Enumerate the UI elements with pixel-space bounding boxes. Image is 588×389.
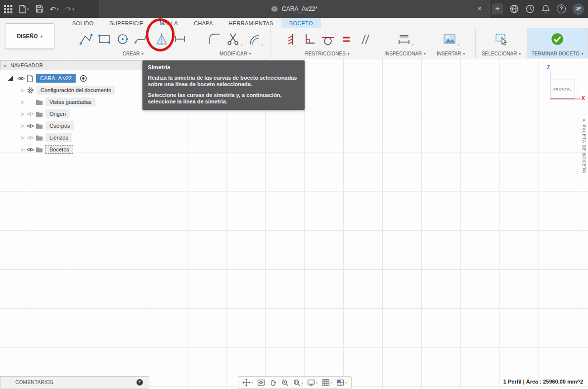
expand-icon[interactable]: ▷: [20, 111, 26, 116]
zoom-button[interactable]: [281, 379, 289, 387]
expand-icon[interactable]: ▷: [20, 123, 26, 128]
visibility-eye-off-icon[interactable]: [26, 111, 35, 117]
tree-item-label[interactable]: Origen: [45, 109, 70, 118]
caret-down-icon: ▾: [582, 52, 584, 55]
expand-icon[interactable]: ▷: [20, 88, 26, 93]
tree-item-vistas-guardadas[interactable]: ▷ Vistas guardadas: [0, 96, 148, 108]
finish-sketch-button[interactable]: [550, 32, 564, 46]
caret-down-icon: ▾: [348, 52, 350, 55]
look-at-button[interactable]: [257, 379, 265, 387]
group-dropdown-inspeccionar[interactable]: INSPECCIONAR ▾: [384, 49, 426, 58]
job-status-clock-icon[interactable]: [526, 4, 535, 13]
avatar[interactable]: JE: [573, 3, 584, 15]
tooltip-title: Simetría: [148, 64, 299, 70]
app-grid-icon[interactable]: [4, 5, 12, 13]
offset-tool-button[interactable]: ▾: [246, 32, 264, 47]
file-menu-button[interactable]: ▾: [19, 5, 29, 13]
tree-item-label[interactable]: Vistas guardadas: [45, 97, 95, 106]
group-dropdown-terminar-boceto[interactable]: TERMINAR BOCETO ▾: [532, 49, 584, 58]
caret-down-icon: ▾: [57, 7, 59, 11]
viewports-button[interactable]: ▾: [336, 379, 347, 387]
collapse-navigator-icon[interactable]: «: [3, 63, 6, 68]
expand-comments-icon[interactable]: +: [136, 379, 143, 386]
caret-down-icon: ▾: [316, 381, 318, 385]
tab-herramientas[interactable]: HERRAMIENTAS: [221, 18, 281, 28]
mirror-tool-button[interactable]: [154, 32, 169, 47]
group-dropdown-restricciones[interactable]: RESTRICCIONES ▾: [305, 49, 350, 58]
web-globe-icon[interactable]: [510, 4, 519, 13]
insert-image-tool-button[interactable]: ▾: [442, 32, 459, 47]
comments-panel[interactable]: COMENTARIOS +: [0, 376, 149, 389]
fillet-tool-button[interactable]: [207, 32, 222, 47]
undo-button[interactable]: ↶ ▾: [50, 5, 59, 13]
visibility-eye-icon[interactable]: [16, 76, 25, 81]
group-label-insertar: INSERTAR: [437, 51, 461, 56]
tree-item-cuerpos[interactable]: ▷ Cuerpos: [0, 120, 148, 132]
tree-root-label[interactable]: CARA_A v22: [36, 74, 76, 83]
document-tab-title: CARA_Av22*: [282, 5, 317, 12]
folder-icon: [35, 111, 44, 117]
group-dropdown-crear[interactable]: CREAR ▾: [123, 49, 144, 58]
toolbar-group-restricciones: RESTRICCIONES ▾: [271, 28, 384, 58]
tree-item-label[interactable]: Cuerpos: [45, 121, 74, 130]
redo-button[interactable]: ↷ ▾: [65, 5, 74, 13]
visibility-eye-off-icon[interactable]: [26, 135, 35, 141]
new-tab-button[interactable]: +: [492, 3, 503, 14]
expand-icon[interactable]: ▷: [20, 135, 26, 140]
tree-item-label[interactable]: Configuración del documento: [37, 86, 115, 95]
help-icon[interactable]: ?: [557, 4, 566, 13]
expand-icon[interactable]: ▷: [20, 147, 26, 152]
group-dropdown-seleccionar[interactable]: SELECCIONAR ▾: [482, 49, 521, 58]
tab-malla[interactable]: MALLA: [151, 18, 186, 28]
viewcube-front-face[interactable]: FRONTAL: [550, 80, 575, 98]
caret-down-icon: ▾: [241, 43, 243, 47]
redo-icon: ↷: [65, 5, 72, 13]
tab-solido[interactable]: SOLIDO: [64, 18, 101, 28]
constraint-fix-tool-button[interactable]: [283, 32, 298, 47]
rectangle-tool-button[interactable]: [97, 32, 112, 47]
circle-tool-button[interactable]: [115, 32, 130, 47]
save-icon[interactable]: [36, 5, 44, 13]
tree-item-configuracion[interactable]: ▷ Configuración del documento: [0, 84, 148, 96]
sketch-palette-label[interactable]: PALETA DE BOCETO: [582, 125, 587, 174]
expand-palette-icon[interactable]: «: [583, 117, 586, 123]
visibility-eye-icon[interactable]: [26, 147, 35, 152]
design-workspace-button[interactable]: DISEÑO ▾: [5, 23, 54, 49]
tab-chapa[interactable]: CHAPA: [186, 18, 221, 28]
group-dropdown-modificar[interactable]: MODIFICAR ▾: [220, 49, 251, 58]
tree-item-label[interactable]: Bocetos: [45, 145, 73, 154]
display-settings-button[interactable]: ▾: [307, 379, 318, 387]
viewcube-x-axis-line: [550, 98, 581, 99]
pan-hand-button[interactable]: [269, 379, 277, 387]
tree-item-origen[interactable]: ▷ Origen: [0, 108, 148, 120]
tab-superficie[interactable]: SUPERFICIE: [101, 18, 151, 28]
tab-boceto[interactable]: BOCETO: [281, 18, 321, 28]
constraint-parallel-tool-button[interactable]: [357, 32, 371, 47]
constraint-equal-tool-button[interactable]: [338, 32, 353, 47]
constraint-tangent-tool-button[interactable]: [320, 32, 335, 47]
zoom-window-button[interactable]: ▾: [293, 379, 304, 387]
constraint-perpendicular-tool-button[interactable]: [302, 32, 317, 47]
close-tab-icon[interactable]: ×: [475, 4, 484, 13]
caret-down-icon: ▾: [142, 52, 144, 55]
notifications-bell-icon[interactable]: [542, 4, 550, 13]
select-tool-button[interactable]: [494, 32, 509, 47]
expand-icon[interactable]: ▷: [20, 99, 26, 104]
spline-tool-button[interactable]: ▾: [134, 32, 151, 47]
folder-icon: [35, 99, 44, 105]
visibility-eye-icon[interactable]: [26, 123, 35, 129]
grid-snaps-button[interactable]: ▾: [322, 379, 333, 387]
orbit-button[interactable]: ▾: [242, 379, 253, 387]
tree-item-label[interactable]: Lienzos: [45, 133, 72, 142]
group-dropdown-insertar[interactable]: INSERTAR ▾: [437, 49, 465, 58]
measure-tool-button[interactable]: ▾: [397, 32, 414, 47]
sketch-dimension-tool-button[interactable]: [173, 32, 187, 47]
document-tab[interactable]: CARA_Av22* ×: [99, 0, 490, 18]
tree-item-lienzos[interactable]: ▷ Lienzos: [0, 132, 148, 144]
capture-history-record-icon[interactable]: [80, 75, 87, 82]
tree-item-root[interactable]: CARA_A v22: [0, 72, 148, 84]
tree-item-bocetos[interactable]: ▷ Bocetos: [0, 144, 148, 155]
caret-down-icon: ▾: [149, 43, 151, 47]
trim-scissors-tool-button[interactable]: ▾: [226, 32, 243, 47]
line-tool-button[interactable]: [79, 32, 93, 47]
